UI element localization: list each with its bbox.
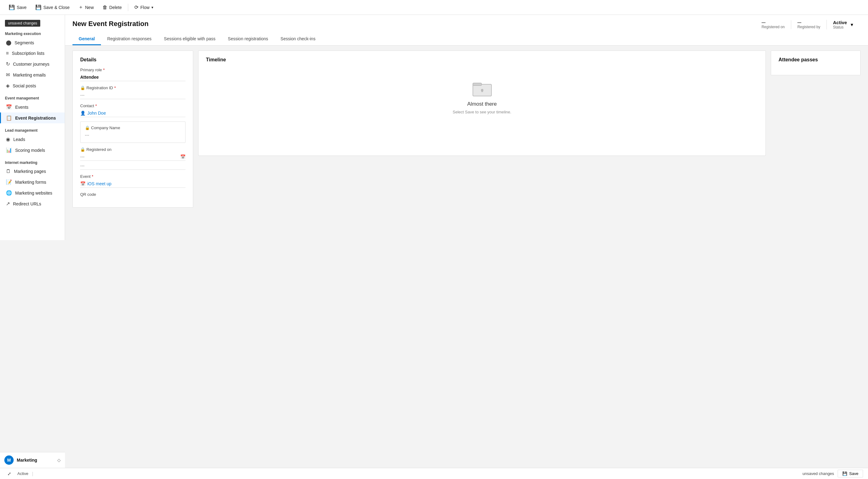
social-posts-icon: ◈ — [6, 83, 9, 89]
status-label: Status — [833, 25, 847, 29]
calendar-icon[interactable]: 📅 — [180, 154, 185, 159]
tab-sessions-eligible[interactable]: Sessions eligible with pass — [158, 33, 222, 45]
meta-status: Active Status ▾ — [827, 20, 861, 29]
body-panels: Details Primary role* Attendee 🔒 Registr… — [65, 46, 868, 213]
sidebar-item-event-registrations[interactable]: 📋 Event Registrations — [0, 113, 65, 123]
save-close-button[interactable]: 💾 Save & Close — [32, 2, 73, 12]
save-close-icon: 💾 — [35, 4, 41, 10]
qr-code-label: QR code — [80, 192, 185, 197]
registered-on-time[interactable]: --- — [80, 162, 185, 170]
sidebar-item-label: Marketing websites — [15, 190, 52, 196]
event-field: Event* 📅 iOS meet up — [80, 174, 185, 188]
svg-point-2 — [481, 89, 484, 91]
new-icon: ＋ — [79, 4, 83, 10]
unsaved-changes-tooltip: unsaved changes — [5, 20, 40, 27]
contact-field: Contact* 👤 John Doe — [80, 103, 185, 117]
sidebar-item-subscription-lists[interactable]: ≡ Subscription lists — [0, 48, 65, 59]
timeline-empty-title: Almost there — [467, 101, 497, 107]
primary-role-label: Primary role* — [80, 67, 185, 72]
bottom-unsaved-label: unsaved changes — [802, 471, 834, 476]
registered-on-label: 🔒 Registered on — [80, 147, 185, 152]
company-name-field: 🔒 Company Name --- — [80, 121, 185, 143]
header-meta: --- Registered on --- Registered by Acti… — [755, 20, 861, 29]
save-icon: 💾 — [9, 4, 15, 10]
registered-on-date[interactable]: --- 📅 — [80, 153, 185, 161]
event-icon: 📅 — [80, 181, 86, 186]
sidebar-item-label: Marketing emails — [13, 72, 46, 78]
bottom-bar-right: unsaved changes 💾 Save — [802, 470, 863, 477]
redirect-urls-icon: ↗ — [6, 201, 10, 207]
meta-registered-on-value: --- — [762, 20, 785, 25]
save-button[interactable]: 💾 Save — [5, 2, 30, 12]
qr-code-field: QR code — [80, 192, 185, 197]
sidebar-item-leads[interactable]: ◉ Leads — [0, 134, 65, 145]
sidebar-section-lead-management: Lead management — [0, 123, 65, 134]
bottom-status-divider: | — [32, 471, 33, 476]
new-button[interactable]: ＋ New — [74, 2, 97, 12]
timeline-panel-title: Timeline — [206, 57, 758, 63]
tabs: General Registration responses Sessions … — [72, 33, 861, 45]
sidebar-item-label: Events — [15, 105, 29, 110]
user-avatar: M — [4, 455, 13, 465]
sidebar-item-events[interactable]: 📅 Events — [0, 101, 65, 113]
events-icon: 📅 — [6, 104, 12, 110]
sidebar-item-social-posts[interactable]: ◈ Social posts — [0, 80, 65, 91]
expand-view-button[interactable]: ⤢ — [5, 471, 13, 477]
meta-registered-on-label: Registered on — [762, 25, 785, 29]
tab-session-registrations[interactable]: Session registrations — [222, 33, 274, 45]
event-link[interactable]: 📅 iOS meet up — [80, 181, 112, 186]
timeline-empty-state: Almost there Select Save to see your tim… — [206, 67, 758, 127]
flow-chevron-icon: ▾ — [151, 5, 153, 9]
sidebar-item-marketing-pages[interactable]: 🗒 Marketing pages — [0, 166, 65, 177]
delete-button[interactable]: 🗑 Delete — [99, 3, 125, 12]
sidebar-item-redirect-urls[interactable]: ↗ Redirect URLs — [0, 198, 65, 209]
status-chevron-button[interactable]: ▾ — [849, 21, 855, 29]
sidebar-item-marketing-websites[interactable]: 🌐 Marketing websites — [0, 187, 65, 198]
toolbar: 💾 Save 💾 Save & Close ＋ New 🗑 Delete ⟳ F… — [0, 0, 868, 15]
sidebar-section-event-management: Event management — [0, 91, 65, 101]
folder-icon — [472, 80, 492, 97]
sidebar-item-segments[interactable]: ⬤ Segments — [0, 37, 65, 48]
tab-general[interactable]: General — [72, 33, 101, 45]
flow-button[interactable]: ⟳ Flow ▾ — [131, 2, 157, 12]
sidebar-item-label: Subscription lists — [12, 51, 44, 56]
registration-id-value[interactable]: --- — [80, 91, 185, 99]
event-value[interactable]: 📅 iOS meet up — [80, 180, 185, 188]
event-registrations-icon: 📋 — [6, 115, 12, 121]
main-layout: unsaved changes Marketing execution ⬤ Se… — [0, 15, 868, 468]
sidebar-item-label: Marketing pages — [14, 169, 46, 174]
tab-session-checkins[interactable]: Session check-ins — [274, 33, 322, 45]
bottom-bar-left: ⤢ Active | — [5, 471, 33, 477]
meta-registered-by: --- Registered by — [791, 20, 827, 29]
contact-person-icon: 👤 — [80, 111, 86, 116]
timeline-empty-sub: Select Save to see your timeline. — [453, 110, 511, 114]
expand-icon: ◇ — [57, 458, 61, 462]
leads-icon: ◉ — [6, 136, 10, 142]
sidebar-item-scoring-models[interactable]: 📊 Scoring models — [0, 145, 65, 155]
sidebar-item-marketing-forms[interactable]: 📝 Marketing forms — [0, 177, 65, 187]
tab-registration-responses[interactable]: Registration responses — [101, 33, 158, 45]
registration-id-field: 🔒 Registration ID* --- — [80, 86, 185, 99]
bottom-save-button[interactable]: 💾 Save — [838, 470, 863, 477]
sidebar-item-label: Segments — [14, 40, 34, 45]
status-value: Active — [833, 20, 847, 25]
marketing-forms-icon: 📝 — [6, 179, 12, 185]
content-area: New Event Registration --- Registered on… — [65, 15, 868, 468]
sidebar-item-label: Customer journeys — [13, 62, 50, 67]
sidebar-item-label: Scoring models — [15, 148, 45, 153]
contact-label: Contact* — [80, 103, 185, 108]
page-title: New Event Registration — [72, 20, 149, 28]
marketing-emails-icon: ✉ — [6, 72, 10, 78]
sidebar-user[interactable]: M Marketing ◇ — [0, 452, 65, 468]
scoring-models-icon: 📊 — [6, 147, 12, 153]
contact-link[interactable]: 👤 John Doe — [80, 111, 106, 116]
sidebar-section-internet-marketing: Internet marketing — [0, 155, 65, 166]
contact-value[interactable]: 👤 John Doe — [80, 109, 185, 117]
sidebar-item-customer-journeys[interactable]: ↻ Customer journeys — [0, 59, 65, 69]
sidebar-item-marketing-emails[interactable]: ✉ Marketing emails — [0, 69, 65, 80]
delete-icon: 🗑 — [102, 5, 107, 10]
expand-view-icon: ⤢ — [7, 471, 11, 476]
page-header-top: New Event Registration --- Registered on… — [72, 20, 861, 33]
attendee-passes-title: Attendee passes — [778, 57, 853, 63]
company-name-value[interactable]: --- — [85, 131, 181, 139]
